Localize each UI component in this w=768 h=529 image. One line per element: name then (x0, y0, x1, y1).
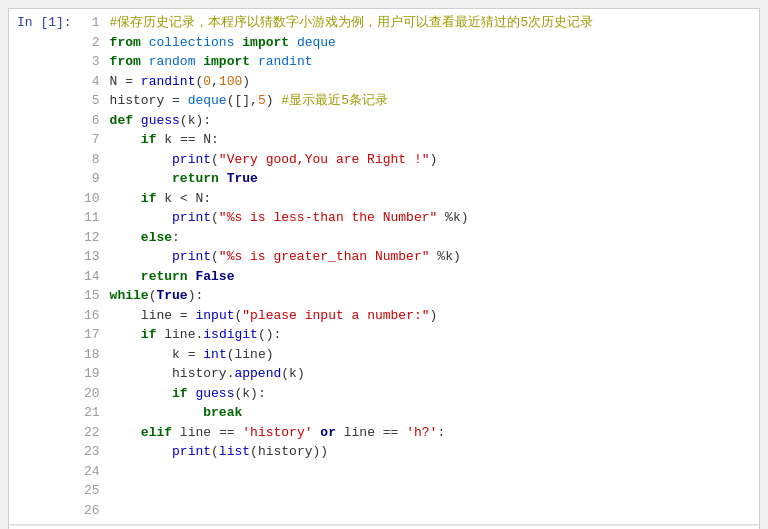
code-line: print("Very good,You are Right !") (110, 150, 753, 170)
line-number: 19 (82, 364, 100, 384)
line-number: 11 (82, 208, 100, 228)
code-line: def guess(k): (110, 111, 753, 131)
line-number: 13 (82, 247, 100, 267)
code-line: history = deque([],5) #显示最近5条记录 (110, 91, 753, 111)
code-area[interactable]: 1234567891011121314151617181920212223242… (76, 9, 759, 524)
code-lines: 1234567891011121314151617181920212223242… (82, 13, 753, 520)
cell-label: In [1]: (9, 9, 76, 524)
code-line: return True (110, 169, 753, 189)
code-line: N = randint(0,100) (110, 72, 753, 92)
line-number: 25 (82, 481, 100, 501)
code-content: #保存历史记录，本程序以猜数字小游戏为例，用户可以查看最近猜过的5次历史记录fr… (110, 13, 753, 520)
line-number: 1 (82, 13, 100, 33)
code-line: line = input("please input a number:") (110, 306, 753, 326)
cell-output: please input a number:1212 is less-than … (9, 525, 759, 529)
code-line: if line.isdigit(): (110, 325, 753, 345)
line-number: 17 (82, 325, 100, 345)
line-number: 10 (82, 189, 100, 209)
code-line: else: (110, 228, 753, 248)
line-number: 15 (82, 286, 100, 306)
code-line: from collections import deque (110, 33, 753, 53)
line-number: 6 (82, 111, 100, 131)
line-number: 8 (82, 150, 100, 170)
notebook-cell: In [1]: 12345678910111213141516171819202… (8, 8, 760, 529)
code-line: while(True): (110, 286, 753, 306)
code-line: elif line == 'history' or line == 'h?': (110, 423, 753, 443)
line-number: 26 (82, 501, 100, 521)
line-number: 18 (82, 345, 100, 365)
code-line: return False (110, 267, 753, 287)
line-number: 24 (82, 462, 100, 482)
line-number: 5 (82, 91, 100, 111)
code-line: from random import randint (110, 52, 753, 72)
line-number: 14 (82, 267, 100, 287)
line-number: 4 (82, 72, 100, 92)
line-number: 3 (82, 52, 100, 72)
code-line: if guess(k): (110, 384, 753, 404)
code-line: k = int(line) (110, 345, 753, 365)
code-line: history.append(k) (110, 364, 753, 384)
line-number: 20 (82, 384, 100, 404)
line-number: 12 (82, 228, 100, 248)
code-line: if k < N: (110, 189, 753, 209)
code-line: if k == N: (110, 130, 753, 150)
line-number: 7 (82, 130, 100, 150)
line-number: 9 (82, 169, 100, 189)
line-number: 16 (82, 306, 100, 326)
code-line: print("%s is greater_than Number" %k) (110, 247, 753, 267)
line-number: 22 (82, 423, 100, 443)
code-line: print("%s is less-than the Number" %k) (110, 208, 753, 228)
cell-input: In [1]: 12345678910111213141516171819202… (9, 9, 759, 525)
code-line: print(list(history)) (110, 442, 753, 462)
line-numbers: 1234567891011121314151617181920212223242… (82, 13, 110, 520)
line-number: 23 (82, 442, 100, 462)
line-number: 21 (82, 403, 100, 423)
code-line: break (110, 403, 753, 423)
line-number: 2 (82, 33, 100, 53)
code-line: #保存历史记录，本程序以猜数字小游戏为例，用户可以查看最近猜过的5次历史记录 (110, 13, 753, 33)
